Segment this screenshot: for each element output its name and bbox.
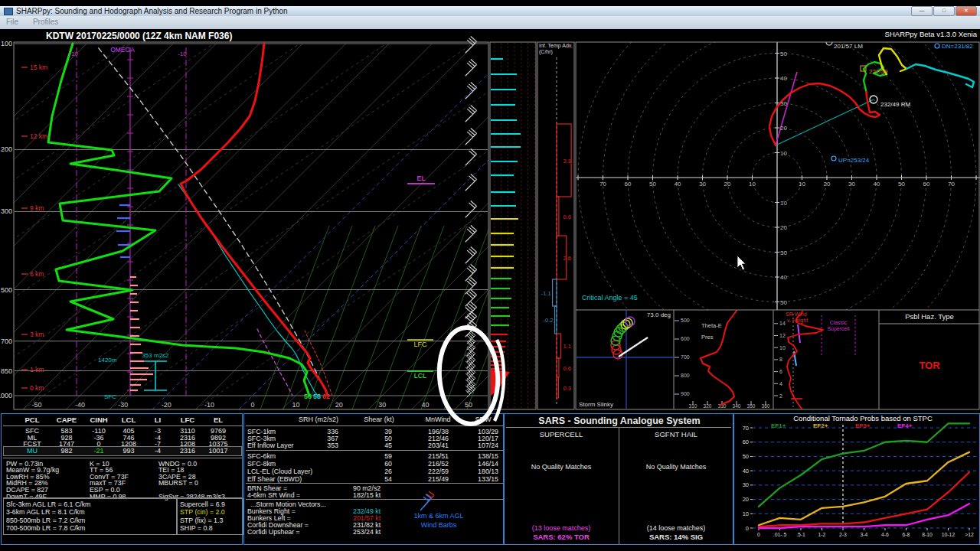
- advection-value: -1.1: [541, 290, 551, 297]
- advection-box: [557, 197, 559, 236]
- classic-supercell-label2: Supercell: [827, 326, 850, 332]
- ring-label: 50: [898, 181, 905, 187]
- low-level-speed-fill: [491, 370, 510, 396]
- dewpoint-trace: [48, 44, 309, 396]
- ring-label: 10: [780, 200, 787, 207]
- skewt-plot[interactable]: [0, 44, 821, 409]
- line-shape: [260, 226, 329, 409]
- ring-label: 40: [780, 274, 787, 281]
- temp-tick-label: 20: [335, 401, 343, 409]
- lfc-label: LFC: [413, 341, 427, 348]
- hodo-3-6km: [864, 62, 887, 90]
- wind-barb: [466, 311, 477, 328]
- height-agl-label: 0 km: [30, 384, 44, 392]
- up-marker: [831, 156, 836, 161]
- ring-label: 40: [675, 181, 681, 187]
- omega-title: OMEGA: [110, 46, 135, 54]
- ring-label: 10: [749, 181, 756, 187]
- line-shape: [306, 226, 375, 409]
- srwind-height-label: 8: [779, 357, 782, 362]
- lcl-label: LCL: [414, 372, 427, 380]
- downdraft-trace: [257, 329, 292, 396]
- ring-label: 20: [780, 125, 787, 132]
- temperature-trace: [181, 44, 328, 396]
- temp-adv-title2: (C/hr): [539, 49, 553, 55]
- version-label: SHARPpy Beta v1.3.0 Xenia: [885, 30, 978, 38]
- temp-tick-label: 50: [465, 401, 472, 409]
- ring-label: 20: [780, 224, 787, 231]
- height-agl-label: 12 km: [30, 132, 47, 140]
- line-shape: [0, 44, 127, 409]
- line-shape: [368, 44, 734, 409]
- wind-barb: [466, 105, 477, 122]
- sounding-title: KDTW 20170225/0000 (12Z 4km NAM F036): [46, 31, 232, 41]
- ring-label: 30: [699, 181, 706, 187]
- advection-value: 1.1: [564, 343, 571, 350]
- ring-label: 30: [780, 249, 787, 256]
- wind-barb: [466, 201, 477, 217]
- adv-frame: [537, 42, 574, 409]
- classic-supercell-label: Classic: [830, 320, 848, 325]
- pressure-tick-label: 100: [1, 40, 12, 47]
- storm-motion-line: [776, 99, 874, 145]
- thetae-inset[interactable]: 500600700800900310320330340350360Theta-E…: [675, 311, 770, 409]
- wind-barb: [466, 225, 477, 242]
- temp-advection-inset[interactable]: Inf. Temp Adv.(C/hr)3.90.62.6-1.1-0.21.1…: [539, 43, 573, 406]
- advection-value: 3.9: [564, 158, 571, 165]
- ring-label: 50: [780, 51, 787, 57]
- wind-barb: [466, 174, 477, 191]
- wind-barb: [466, 246, 477, 263]
- pressure-tick-label: 500: [1, 286, 12, 294]
- lm-shear-line: [776, 72, 797, 145]
- storm-slinky-inset[interactable]: 73.0 degStorm Slinky: [577, 311, 673, 409]
- srwind-inset[interactable]: 2468101214SR Windv. HeightClassicSuperce…: [774, 311, 855, 409]
- advection-box: [557, 334, 560, 358]
- surface-value: 62: [322, 393, 330, 400]
- temp-adv-title: Inf. Temp Adv.: [539, 43, 573, 49]
- lm-label: 201/57 LM: [834, 43, 863, 50]
- thetae-x-label: 320: [704, 403, 712, 409]
- wind-barb: [466, 264, 477, 281]
- thetae-x-label: 350: [747, 403, 756, 409]
- omega-minus-label: -10: [178, 51, 187, 57]
- rm-label: 232/49 RM: [880, 101, 910, 108]
- up-label: UP=253/24: [838, 157, 870, 164]
- ring-label: 40: [780, 75, 787, 82]
- pres-label: Pres: [701, 334, 714, 341]
- line-shape: [0, 44, 472, 409]
- line-shape: [23, 44, 389, 409]
- dn-label: DN=231/82: [942, 43, 973, 50]
- surface-value: 58: [313, 393, 321, 400]
- el-label: EL: [416, 174, 425, 182]
- advection-value: 0.6: [564, 365, 571, 372]
- advection-box: [557, 358, 559, 377]
- ring-label: 20: [724, 181, 731, 187]
- ring-label: 70: [948, 181, 955, 187]
- line-shape: [329, 226, 398, 409]
- wind-speed-inset[interactable]: [491, 43, 534, 409]
- thetae-pres-label: 700: [681, 354, 690, 360]
- ring-label: 10: [799, 181, 805, 187]
- line-shape: [619, 337, 648, 357]
- ring-label: 30: [780, 100, 787, 107]
- srwind-height-label: 2: [779, 393, 782, 399]
- temp-tick-label: 30: [378, 401, 386, 409]
- line-shape: [0, 44, 87, 409]
- ring-label: 60: [625, 181, 632, 187]
- temp-tick-label: -40: [75, 401, 85, 409]
- ring-label: 50: [649, 181, 656, 187]
- thetae-x-label: 360: [762, 403, 770, 409]
- thetae-x-label: 310: [689, 403, 697, 409]
- thetae-pres-label: 900: [681, 391, 690, 396]
- line-shape: [196, 44, 562, 409]
- height-agl-label: 3 km: [30, 331, 44, 338]
- pressure-tick-label: 700: [1, 337, 12, 345]
- ring-label: 20: [824, 181, 831, 187]
- advection-box: [557, 377, 559, 398]
- advection-box: [553, 279, 557, 306]
- line-shape: [375, 226, 444, 409]
- analysis-canvas[interactable]: KDTW 20170225/0000 (12Z 4km NAM F036)SHA…: [0, 0, 980, 551]
- wind-frame: [490, 42, 536, 409]
- advection-box: [555, 306, 557, 334]
- sfc-label: SFC: [104, 393, 116, 400]
